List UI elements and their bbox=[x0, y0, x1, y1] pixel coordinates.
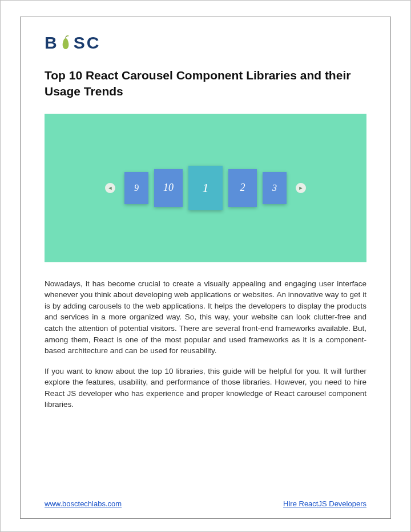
carousel-next-icon: ► bbox=[296, 183, 306, 193]
logo-letter-b: B bbox=[45, 33, 58, 53]
footer-link-hire[interactable]: Hire ReactJS Developers bbox=[283, 499, 366, 508]
carousel-slide: 2 bbox=[228, 169, 257, 207]
content-frame: B S C Top 10 React Carousel Component Li… bbox=[20, 17, 391, 519]
carousel-slide: 9 bbox=[124, 172, 148, 204]
logo-letter-c: C bbox=[87, 33, 100, 53]
carousel-mock: ◄ 9 10 1 2 3 ► bbox=[102, 166, 309, 210]
body-paragraph-2: If you want to know about the top 10 lib… bbox=[45, 366, 366, 410]
logo-letter-s: S bbox=[74, 33, 86, 53]
carousel-slides: 9 10 1 2 3 bbox=[124, 166, 287, 210]
brand-logo: B S C bbox=[45, 33, 366, 53]
svg-point-0 bbox=[66, 35, 68, 37]
page-frame: B S C Top 10 React Carousel Component Li… bbox=[0, 0, 411, 532]
body-paragraph-1: Nowadays, it has become crucial to creat… bbox=[45, 278, 366, 357]
footer-link-website[interactable]: www.bosctechlabs.com bbox=[45, 499, 122, 508]
carousel-slide: 1 bbox=[188, 166, 223, 210]
carousel-slide: 3 bbox=[263, 172, 287, 204]
pear-icon bbox=[59, 35, 72, 51]
carousel-prev-icon: ◄ bbox=[105, 183, 115, 193]
page-footer: www.bosctechlabs.com Hire ReactJS Develo… bbox=[45, 499, 366, 508]
carousel-slide: 10 bbox=[154, 169, 183, 207]
hero-image: ◄ 9 10 1 2 3 ► bbox=[45, 114, 366, 262]
page-title: Top 10 React Carousel Component Librarie… bbox=[45, 67, 366, 100]
